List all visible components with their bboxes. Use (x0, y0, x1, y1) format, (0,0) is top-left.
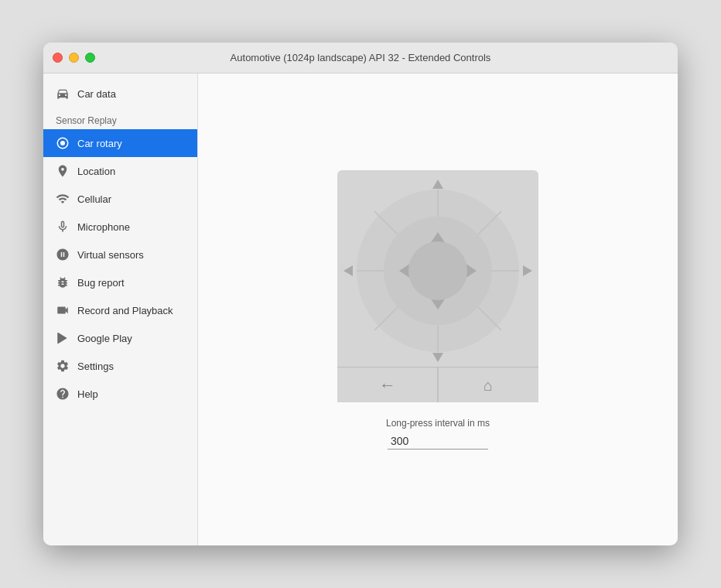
content-area: Car data Sensor Replay Car rotary Locati… (43, 74, 678, 545)
bug-icon (56, 275, 70, 289)
sidebar-item-car-data[interactable]: Car data (43, 80, 197, 108)
settings-icon (56, 359, 70, 373)
rotary-icon (56, 136, 70, 150)
traffic-lights (53, 53, 95, 63)
sidebar: Car data Sensor Replay Car rotary Locati… (43, 74, 198, 545)
sidebar-item-bug-report[interactable]: Bug report (43, 268, 197, 296)
sidebar-item-virtual-sensors-label: Virtual sensors (77, 249, 144, 261)
record-icon (56, 303, 70, 317)
sidebar-item-settings-label: Settings (77, 361, 114, 372)
rotary-widget: ← ⌂ (330, 170, 546, 402)
close-button[interactable] (53, 53, 63, 63)
sidebar-item-record-playback[interactable]: Record and Playback (43, 296, 197, 324)
sidebar-item-google-play[interactable]: Google Play (43, 324, 197, 352)
cellular-icon (56, 192, 70, 206)
sidebar-section-sensor-replay: Sensor Replay (43, 108, 197, 129)
sidebar-item-cellular-label: Cellular (77, 193, 111, 205)
maximize-button[interactable] (85, 53, 95, 63)
interval-input[interactable] (388, 433, 488, 450)
help-icon (56, 387, 70, 401)
location-icon (56, 164, 70, 178)
sidebar-item-record-playback-label: Record and Playback (77, 305, 173, 316)
interval-section: Long-press interval in ms (386, 418, 490, 450)
sidebar-item-help-label: Help (77, 388, 98, 400)
sidebar-item-bug-report-label: Bug report (77, 277, 125, 289)
svg-point-1 (60, 141, 65, 145)
car-icon (56, 87, 70, 101)
sidebar-item-cellular[interactable]: Cellular (43, 185, 197, 213)
sidebar-item-settings[interactable]: Settings (43, 352, 197, 380)
interval-label: Long-press interval in ms (386, 418, 490, 429)
sidebar-item-microphone-label: Microphone (77, 221, 130, 233)
virtual-sensors-icon (56, 248, 70, 262)
titlebar: Automotive (1024p landscape) API 32 - Ex… (43, 43, 678, 74)
google-play-icon (56, 331, 70, 345)
microphone-icon (56, 220, 70, 234)
rotary-container: ← ⌂ Long-press interval in ms (330, 170, 546, 450)
sidebar-item-microphone[interactable]: Microphone (43, 213, 197, 241)
rotary-svg: ← ⌂ (330, 170, 546, 402)
sidebar-item-virtual-sensors[interactable]: Virtual sensors (43, 241, 197, 268)
sidebar-item-car-data-label: Car data (77, 88, 116, 100)
sidebar-item-car-rotary-label: Car rotary (77, 138, 122, 149)
app-window: Automotive (1024p landscape) API 32 - Ex… (43, 43, 678, 545)
sidebar-item-google-play-label: Google Play (77, 333, 132, 344)
main-panel: ← ⌂ Long-press interval in ms (198, 74, 678, 545)
sidebar-item-help[interactable]: Help (43, 380, 197, 408)
sidebar-item-location-label: Location (77, 166, 115, 177)
svg-point-17 (408, 241, 467, 300)
sidebar-item-car-rotary[interactable]: Car rotary (43, 129, 197, 157)
minimize-button[interactable] (69, 53, 79, 63)
sidebar-item-location[interactable]: Location (43, 157, 197, 185)
window-title: Automotive (1024p landscape) API 32 - Ex… (231, 52, 491, 63)
svg-text:⌂: ⌂ (484, 377, 493, 394)
svg-text:←: ← (379, 375, 396, 395)
